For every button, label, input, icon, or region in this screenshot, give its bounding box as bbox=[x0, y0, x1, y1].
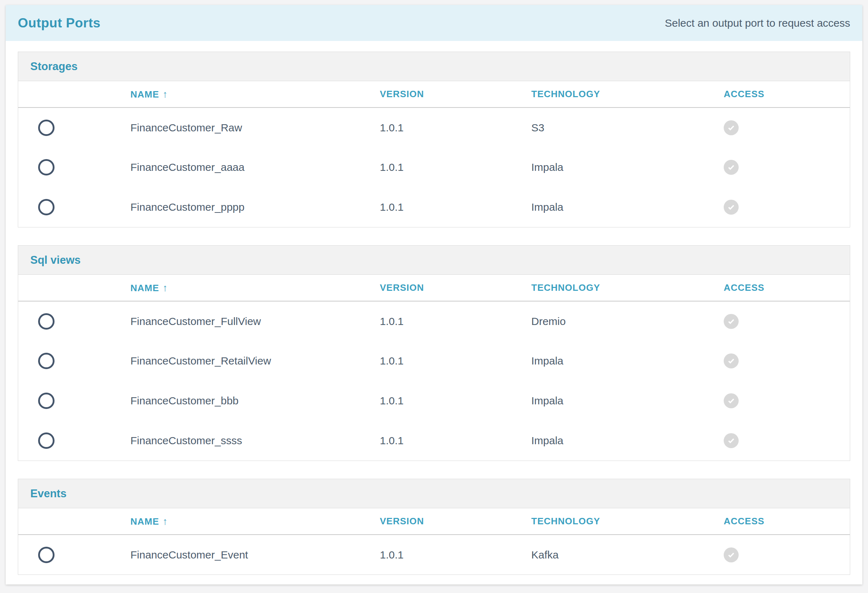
cell-name: FinanceCustomer_FullView bbox=[130, 301, 380, 341]
output-port-row[interactable]: FinanceCustomer_Event 1.0.1 Kafka bbox=[18, 535, 850, 574]
ports-table: NAME↑ VERSION TECHNOLOGY ACCESS FinanceC… bbox=[18, 275, 850, 461]
table-header-row: NAME↑ VERSION TECHNOLOGY ACCESS bbox=[18, 81, 850, 107]
radio-cell bbox=[18, 147, 130, 187]
cell-technology: Impala bbox=[531, 147, 724, 187]
cell-technology: Impala bbox=[531, 381, 724, 421]
cell-access bbox=[724, 301, 850, 341]
name-column-header[interactable]: NAME↑ bbox=[130, 275, 380, 301]
name-column-header[interactable]: NAME↑ bbox=[130, 508, 380, 535]
output-port-row[interactable]: FinanceCustomer_Raw 1.0.1 S3 bbox=[18, 107, 850, 147]
version-column-header: VERSION bbox=[380, 275, 531, 301]
cell-access bbox=[724, 381, 850, 421]
technology-column-header: TECHNOLOGY bbox=[531, 275, 724, 301]
port-section-panel: Storages NAME↑ VERSION TECHNOLOGY ACCESS… bbox=[18, 52, 850, 227]
radio-cell bbox=[18, 301, 130, 341]
name-column-label: NAME bbox=[130, 516, 159, 527]
cell-version: 1.0.1 bbox=[380, 421, 531, 461]
access-column-header: ACCESS bbox=[724, 275, 850, 301]
check-circle-icon bbox=[724, 433, 739, 448]
cell-version: 1.0.1 bbox=[380, 107, 531, 147]
card-header: Output Ports Select an output port to re… bbox=[6, 5, 862, 41]
ports-table: NAME↑ VERSION TECHNOLOGY ACCESS FinanceC… bbox=[18, 81, 850, 227]
cell-name: FinanceCustomer_RetailView bbox=[130, 341, 380, 381]
access-column-header: ACCESS bbox=[724, 508, 850, 535]
radio-unchecked-icon[interactable] bbox=[38, 547, 55, 563]
table-header-row: NAME↑ VERSION TECHNOLOGY ACCESS bbox=[18, 508, 850, 535]
name-column-label: NAME bbox=[130, 89, 159, 100]
cell-access bbox=[724, 107, 850, 147]
cell-name: FinanceCustomer_aaaa bbox=[130, 147, 380, 187]
cell-version: 1.0.1 bbox=[380, 381, 531, 421]
port-section-panel: Sql views NAME↑ VERSION TECHNOLOGY ACCES… bbox=[18, 245, 850, 461]
radio-cell bbox=[18, 187, 130, 227]
section-title: Events bbox=[18, 479, 850, 508]
sort-asc-icon: ↑ bbox=[163, 282, 168, 293]
radio-unchecked-icon[interactable] bbox=[38, 199, 55, 215]
version-column-header: VERSION bbox=[380, 81, 531, 107]
radio-unchecked-icon[interactable] bbox=[38, 119, 55, 136]
access-column-label: ACCESS bbox=[724, 282, 764, 293]
cell-version: 1.0.1 bbox=[380, 535, 531, 574]
access-column-header: ACCESS bbox=[724, 81, 850, 107]
port-section-panel: Events NAME↑ VERSION TECHNOLOGY ACCESS F… bbox=[18, 479, 850, 575]
radio-unchecked-icon[interactable] bbox=[38, 433, 55, 449]
version-column-label: VERSION bbox=[380, 516, 424, 527]
technology-column-label: TECHNOLOGY bbox=[531, 88, 600, 99]
access-column-label: ACCESS bbox=[724, 516, 764, 527]
version-column-header: VERSION bbox=[380, 508, 531, 535]
cell-access bbox=[724, 535, 850, 574]
check-circle-icon bbox=[724, 200, 739, 215]
output-port-row[interactable]: FinanceCustomer_bbb 1.0.1 Impala bbox=[18, 381, 850, 421]
cell-version: 1.0.1 bbox=[380, 147, 531, 187]
radio-cell bbox=[18, 381, 130, 421]
radio-cell bbox=[18, 421, 130, 461]
select-port-hint: Select an output port to request access bbox=[665, 17, 850, 29]
radio-unchecked-icon[interactable] bbox=[38, 159, 55, 175]
technology-column-header: TECHNOLOGY bbox=[531, 508, 724, 535]
check-circle-icon bbox=[724, 393, 739, 408]
technology-column-label: TECHNOLOGY bbox=[531, 282, 600, 293]
output-port-row[interactable]: FinanceCustomer_RetailView 1.0.1 Impala bbox=[18, 341, 850, 381]
cell-access bbox=[724, 147, 850, 187]
cell-technology: Kafka bbox=[531, 535, 724, 574]
radio-unchecked-icon[interactable] bbox=[38, 353, 55, 369]
output-port-row[interactable]: FinanceCustomer_aaaa 1.0.1 Impala bbox=[18, 147, 850, 187]
cell-name: FinanceCustomer_ssss bbox=[130, 421, 380, 461]
name-column-header[interactable]: NAME↑ bbox=[130, 81, 380, 107]
check-circle-icon bbox=[724, 353, 739, 368]
radio-unchecked-icon[interactable] bbox=[38, 393, 55, 409]
technology-column-label: TECHNOLOGY bbox=[531, 516, 600, 527]
cell-technology: Impala bbox=[531, 341, 724, 381]
cell-version: 1.0.1 bbox=[380, 187, 531, 227]
ports-table: NAME↑ VERSION TECHNOLOGY ACCESS FinanceC… bbox=[18, 508, 850, 574]
cell-technology: S3 bbox=[531, 107, 724, 147]
sort-asc-icon: ↑ bbox=[163, 88, 168, 100]
sort-asc-icon: ↑ bbox=[163, 516, 168, 527]
radio-column-header bbox=[18, 275, 130, 301]
check-circle-icon bbox=[724, 120, 739, 135]
check-circle-icon bbox=[724, 314, 739, 329]
technology-column-header: TECHNOLOGY bbox=[531, 81, 724, 107]
version-column-label: VERSION bbox=[380, 88, 424, 99]
access-column-label: ACCESS bbox=[724, 88, 764, 99]
cell-access bbox=[724, 421, 850, 461]
check-circle-icon bbox=[724, 160, 739, 175]
cell-version: 1.0.1 bbox=[380, 301, 531, 341]
cell-technology: Dremio bbox=[531, 301, 724, 341]
cell-name: FinanceCustomer_Event bbox=[130, 535, 380, 574]
output-port-row[interactable]: FinanceCustomer_FullView 1.0.1 Dremio bbox=[18, 301, 850, 341]
output-port-row[interactable]: FinanceCustomer_pppp 1.0.1 Impala bbox=[18, 187, 850, 227]
radio-unchecked-icon[interactable] bbox=[38, 313, 55, 330]
cell-access bbox=[724, 187, 850, 227]
cell-technology: Impala bbox=[531, 421, 724, 461]
cell-name: FinanceCustomer_Raw bbox=[130, 107, 380, 147]
table-header-row: NAME↑ VERSION TECHNOLOGY ACCESS bbox=[18, 275, 850, 301]
sections: Storages NAME↑ VERSION TECHNOLOGY ACCESS… bbox=[6, 41, 862, 584]
section-title: Sql views bbox=[18, 246, 850, 275]
cell-version: 1.0.1 bbox=[380, 341, 531, 381]
name-column-label: NAME bbox=[130, 283, 159, 293]
output-port-row[interactable]: FinanceCustomer_ssss 1.0.1 Impala bbox=[18, 421, 850, 461]
section-title: Storages bbox=[18, 52, 850, 81]
cell-technology: Impala bbox=[531, 187, 724, 227]
version-column-label: VERSION bbox=[380, 282, 424, 293]
